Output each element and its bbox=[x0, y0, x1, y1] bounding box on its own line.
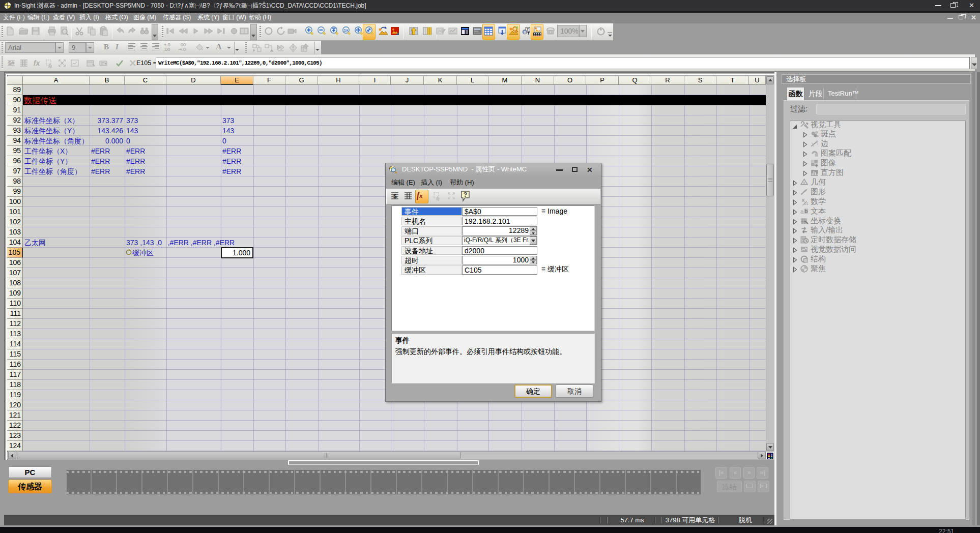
svg-text:$#: $# bbox=[8, 60, 14, 66]
svg-text:01: 01 bbox=[804, 201, 809, 205]
svg-text:T: T bbox=[527, 31, 530, 36]
svg-text:?: ? bbox=[464, 191, 467, 198]
svg-text:$: $ bbox=[524, 30, 526, 35]
svg-text:1x: 1x bbox=[343, 28, 348, 33]
svg-text:b: b bbox=[805, 208, 808, 214]
svg-text:$: $ bbox=[393, 193, 397, 200]
svg-text:fx: fx bbox=[34, 59, 41, 67]
svg-text:a: a bbox=[800, 208, 804, 215]
